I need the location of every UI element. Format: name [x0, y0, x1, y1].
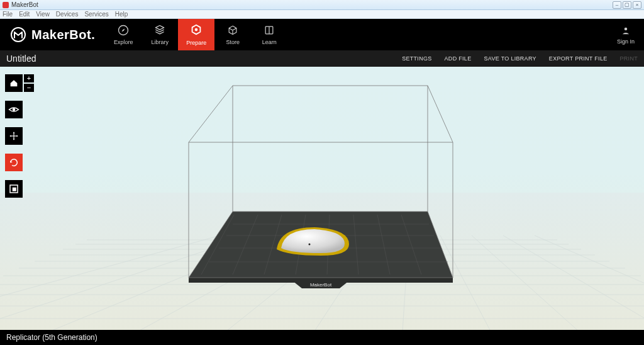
window-minimize-button[interactable]: – — [613, 1, 621, 9]
compass-icon — [117, 24, 130, 37]
window-maximize-button[interactable]: ▢ — [623, 1, 631, 9]
status-bar: Replicator (5th Generation) — [0, 330, 644, 345]
scale-icon — [8, 183, 19, 195]
stack-icon — [153, 24, 166, 37]
prepare-icon — [189, 23, 203, 37]
app-icon — [3, 2, 9, 8]
tool-home-view[interactable] — [5, 74, 23, 92]
viewport-3d[interactable]: + − — [0, 67, 644, 330]
document-title: Untitled — [6, 54, 389, 64]
window-title: MakerBot — [11, 1, 38, 8]
plus-icon: + — [27, 75, 31, 82]
nav-prepare-label: Prepare — [186, 40, 206, 46]
tool-move[interactable] — [5, 127, 23, 145]
nav-signin[interactable]: Sign In — [613, 19, 644, 50]
svg-rect-10 — [13, 188, 16, 191]
cube-icon — [226, 24, 239, 37]
build-plate-label: MakerBot — [310, 282, 332, 288]
home-icon — [9, 78, 19, 88]
menu-services[interactable]: Services — [84, 11, 108, 18]
menu-view[interactable]: View — [36, 11, 50, 18]
document-subbar: Untitled SETTINGS ADD FILE SAVE TO LIBRA… — [0, 50, 644, 67]
action-add-file[interactable]: ADD FILE — [445, 55, 472, 62]
svg-point-2 — [195, 28, 198, 31]
rotate-icon — [8, 157, 19, 168]
menu-edit[interactable]: Edit — [19, 11, 30, 18]
window-titlebar: MakerBot – ▢ × — [0, 0, 644, 10]
nav-signin-label: Sign In — [617, 38, 635, 45]
nav-explore-label: Explore — [114, 39, 133, 45]
book-icon — [263, 24, 275, 37]
svg-point-56 — [309, 244, 311, 246]
brand: MakerBot. — [0, 19, 105, 50]
nav-store[interactable]: Store — [214, 19, 251, 50]
menu-file[interactable]: File — [3, 11, 13, 18]
action-save-to-library[interactable]: SAVE TO LIBRARY — [484, 55, 536, 62]
tool-zoom-out[interactable]: − — [24, 84, 34, 92]
tool-zoom-in[interactable]: + — [24, 74, 34, 82]
nav-library[interactable]: Library — [142, 19, 178, 50]
window-close-button[interactable]: × — [633, 1, 641, 9]
nav-prepare[interactable]: Prepare — [178, 19, 214, 50]
user-icon — [620, 25, 631, 37]
eye-icon — [8, 104, 19, 115]
nav-explore[interactable]: Explore — [105, 19, 142, 50]
move-icon — [8, 130, 19, 142]
brand-logo-icon — [10, 26, 26, 43]
nav-learn-label: Learn — [262, 39, 277, 45]
action-settings[interactable]: SETTINGS — [402, 55, 431, 62]
nav-library-label: Library — [151, 39, 169, 45]
window-menubar: File Edit View Devices Services Help — [0, 10, 644, 19]
menu-devices[interactable]: Devices — [56, 11, 79, 18]
action-print: PRINT — [620, 55, 638, 62]
svg-point-6 — [13, 108, 16, 111]
tool-scale[interactable] — [5, 180, 23, 198]
tool-view-toggle[interactable] — [5, 101, 23, 118]
action-export-print-file[interactable]: EXPORT PRINT FILE — [549, 55, 608, 62]
svg-marker-51 — [189, 86, 453, 142]
brand-text: MakerBot. — [31, 28, 95, 42]
menu-help[interactable]: Help — [115, 11, 128, 18]
nav-learn[interactable]: Learn — [251, 19, 287, 50]
printer-status[interactable]: Replicator (5th Generation) — [6, 333, 97, 342]
nav-store-label: Store — [226, 39, 240, 45]
viewport-toolbar: + − — [5, 74, 34, 198]
app-navbar: MakerBot. Explore Library Prepare Store — [0, 19, 644, 50]
tool-rotate[interactable] — [5, 154, 23, 171]
scene-3d: MakerBot — [0, 67, 644, 330]
svg-point-5 — [625, 27, 628, 30]
minus-icon: − — [27, 84, 31, 91]
